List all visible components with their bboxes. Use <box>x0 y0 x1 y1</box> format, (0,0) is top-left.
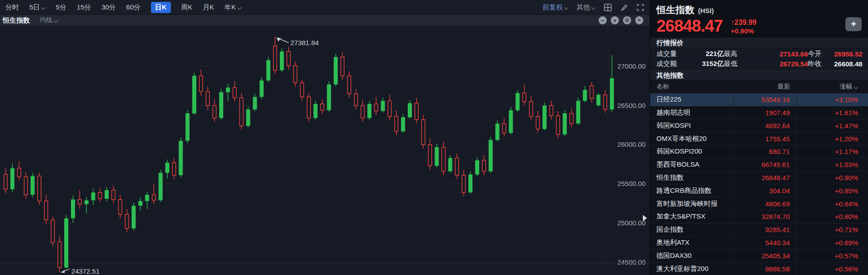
index-last-cell: 25405.34 <box>733 249 797 262</box>
stock-app-window: 分时5日5分15分30分60分日K周K月K年K 前复权 其他 <box>0 0 868 275</box>
index-change-cell: +1.20% <box>797 135 868 143</box>
index-name-cell: 国企指数 <box>650 225 733 234</box>
index-change-cell: +0.85% <box>797 187 868 195</box>
quote-row: 成交量221亿最高27143.66今开26958.52 <box>656 49 862 59</box>
index-change-cell: +0.80% <box>797 213 868 220</box>
index-row[interactable]: 加拿大S&P/TSX32874.70+0.80% <box>650 210 868 223</box>
chart-section: 分时5日5分15分30分60分日K周K月K年K 前复权 其他 <box>0 0 650 275</box>
index-change-cell: +0.56% <box>797 265 868 273</box>
adjust-type-dropdown[interactable]: 前复权 <box>542 3 568 12</box>
price-change: ↑239.99 <box>731 19 756 27</box>
index-row[interactable]: 韩国KOSPI4692.64+1.47% <box>650 119 868 132</box>
section-quote-title: 行情报价 <box>650 38 868 48</box>
period-tab-0[interactable]: 分时 <box>5 3 19 12</box>
index-name-cell: 加拿大S&P/TSX <box>650 212 733 221</box>
collapse-panel-arrow-icon[interactable] <box>643 215 647 221</box>
zoom-in-icon[interactable]: + <box>611 16 619 24</box>
table-header-row: 名称 最新 涨幅 <box>650 81 868 93</box>
index-row[interactable]: 国企指数9285.41+0.71% <box>650 223 868 236</box>
index-name-cell: 恒生指数 <box>650 173 733 182</box>
index-row[interactable]: 韩国KOSPI200680.71+1.17% <box>650 145 868 158</box>
adjust-type-label: 前复权 <box>542 3 563 12</box>
index-last-cell: 1907.49 <box>733 107 797 119</box>
index-change-cell: +3.10% <box>797 96 868 103</box>
draw-brush-icon[interactable] <box>620 3 628 11</box>
low-annotation: 24372.51 <box>71 267 100 275</box>
section-other-indices-title: 其他指数 <box>650 70 868 81</box>
index-name-cell: OMX哥本哈根20 <box>650 135 733 143</box>
other-dropdown[interactable]: 其他 <box>576 3 595 12</box>
chevron-down-icon <box>238 5 241 9</box>
period-tab-label: 5分 <box>56 3 66 12</box>
index-change-cell: +0.71% <box>797 226 868 233</box>
ma-label: 均线 <box>40 16 52 24</box>
candlestick-chart[interactable]: 27000.0026500.0026000.0025500.0025000.00… <box>0 26 650 275</box>
period-tab-label: 5日 <box>29 3 40 12</box>
index-row[interactable]: 路透CRB商品指数304.04+0.85% <box>650 184 868 197</box>
chevron-down-icon <box>592 5 595 9</box>
other-indices-table: 名称 最新 涨幅 日经22553549.16+3.10%越南胡志明1907.49… <box>650 81 868 275</box>
ma-dropdown[interactable]: 均线 <box>40 16 58 24</box>
layout-grid-icon[interactable] <box>604 3 612 11</box>
y-axis-tick-label: 26000.00 <box>617 140 646 148</box>
period-tab-4[interactable]: 30分 <box>101 3 116 12</box>
quote-value: 221亿 <box>688 50 724 58</box>
period-tab-1[interactable]: 5日 <box>29 3 45 12</box>
period-tabs: 分时5日5分15分30分60分日K周K月K年K <box>5 2 241 13</box>
quote-label: 最低 <box>724 60 756 68</box>
quote-grid: 成交量221亿最高27143.66今开26958.52成交额3152亿最低267… <box>650 48 868 70</box>
other-label: 其他 <box>576 3 590 12</box>
period-tab-7[interactable]: 周K <box>181 3 193 12</box>
index-name-cell: 韩国KOSPI <box>650 121 733 130</box>
period-tab-5[interactable]: 60分 <box>126 3 141 12</box>
index-row[interactable]: 墨西哥BOLSA66745.61+1.03% <box>650 158 868 171</box>
period-tab-6[interactable]: 日K <box>151 2 171 13</box>
quote-value: 27143.66 <box>756 50 808 58</box>
index-row[interactable]: 澳大利亚标普2008886.58+0.56% <box>650 262 868 275</box>
col-header-last: 最新 <box>733 83 797 91</box>
fullscreen-icon[interactable] <box>636 3 644 11</box>
y-axis-tick-label: 26500.00 <box>617 102 646 109</box>
period-tab-8[interactable]: 月K <box>203 3 214 12</box>
index-row[interactable]: 德国DAX3025405.34+0.57% <box>650 249 868 262</box>
period-tab-9[interactable]: 年K <box>225 3 241 12</box>
index-last-cell: 304.04 <box>733 184 797 197</box>
index-name-cell: 富时新加坡海峡时报 <box>650 200 733 208</box>
index-name-cell: 韩国KOSPI200 <box>650 147 733 156</box>
index-name-cell: 墨西哥BOLSA <box>650 160 733 169</box>
index-last-cell: 8886.58 <box>733 262 797 275</box>
index-row[interactable]: 日经22553549.16+3.10% <box>650 93 868 106</box>
index-row[interactable]: 恒生指数26848.47+0.90% <box>650 171 868 184</box>
period-tab-label: 月K <box>203 3 214 12</box>
quote-value: 26729.54 <box>756 60 808 68</box>
quote-label: 成交额 <box>656 60 688 68</box>
chart-symbol-label: 恒生指数 <box>3 16 30 25</box>
index-row[interactable]: 富时新加坡海峡时报4806.69+0.84% <box>650 197 868 210</box>
period-toolbar: 分时5日5分15分30分60分日K周K月K年K 前复权 其他 <box>0 0 650 15</box>
col-header-change-sort[interactable]: 涨幅 <box>797 83 868 91</box>
index-name-cell: 越南胡志明 <box>650 108 733 117</box>
chart-tools: 前复权 其他 <box>542 3 644 12</box>
settings-gear-icon[interactable]: ⚙ <box>623 16 631 24</box>
index-name: 恒生指数 <box>656 4 694 16</box>
index-last-cell: 66745.61 <box>733 158 797 171</box>
period-tab-3[interactable]: 15分 <box>77 3 91 12</box>
y-axis-tick-label: 24500.00 <box>617 258 646 266</box>
index-row[interactable]: 越南胡志明1907.49+1.61% <box>650 106 868 119</box>
pane-controls: − + ⚙ ✕ <box>599 16 647 24</box>
index-change-cell: +0.90% <box>797 174 868 182</box>
index-change-cell: +1.03% <box>797 161 868 168</box>
quote-label: 昨收 <box>808 60 834 68</box>
index-change-cell: +0.84% <box>797 200 868 208</box>
period-tab-2[interactable]: 5分 <box>56 3 66 12</box>
index-last-cell: 1755.45 <box>733 132 797 145</box>
index-name-cell: 路透CRB商品指数 <box>650 186 733 195</box>
indicator-toolbar: 恒生指数 均线 − + ⚙ ✕ <box>0 15 650 26</box>
index-row[interactable]: 奥地利ATX5440.34+0.69% <box>650 236 868 249</box>
index-row[interactable]: OMX哥本哈根201755.45+1.20% <box>650 132 868 145</box>
close-pane-icon[interactable]: ✕ <box>635 16 643 24</box>
index-change-cell: +0.69% <box>797 239 868 247</box>
add-to-watchlist-button[interactable]: + <box>845 17 862 31</box>
zoom-out-icon[interactable]: − <box>599 16 607 24</box>
last-price: 26848.47 <box>656 17 722 36</box>
